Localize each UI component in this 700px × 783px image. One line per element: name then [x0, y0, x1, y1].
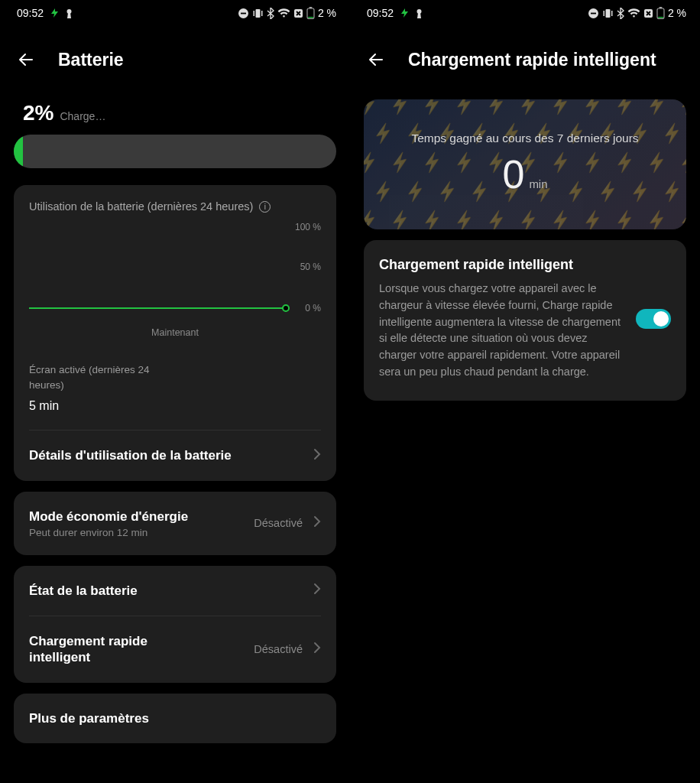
vibrate-icon	[602, 8, 614, 19]
vibrate-icon	[252, 8, 264, 19]
screen-on-label: Écran activé (dernières 24 heures)	[29, 362, 167, 392]
battery-health-row[interactable]: État de la batterie	[14, 566, 336, 616]
charging-icon	[401, 8, 408, 18]
back-button[interactable]	[15, 49, 37, 70]
toggle-title: Chargement rapide intelligent	[379, 257, 622, 273]
bluetooth-icon	[267, 8, 274, 19]
back-button[interactable]	[365, 49, 387, 70]
status-battery-pct: 2 %	[668, 7, 686, 19]
row-title: Chargement rapide intelligent	[29, 633, 197, 666]
chevron-right-icon	[313, 642, 321, 657]
chart-label-50: 50 %	[300, 262, 321, 272]
no-sim-icon	[293, 8, 303, 18]
status-bar: 09:52 2 %	[350, 0, 700, 26]
svg-rect-4	[253, 11, 254, 16]
usage-title-row: Utilisation de la batterie (dernières 24…	[29, 200, 321, 213]
wifi-icon	[277, 8, 290, 18]
battery-level-bar	[14, 135, 336, 168]
svg-rect-12	[591, 12, 596, 14]
svg-rect-19	[658, 17, 663, 18]
battery-percentage-row: 2% Charge…	[14, 89, 336, 130]
screen-battery: 09:52 2 % Batterie 2% Charge…	[0, 0, 350, 783]
info-icon[interactable]: i	[259, 201, 271, 213]
screen-on-value: 5 min	[29, 397, 321, 414]
time-saved-unit: min	[529, 177, 547, 190]
row-status: Désactivé	[254, 517, 303, 529]
wifi-icon	[627, 8, 640, 18]
chart-label-0: 0 %	[305, 303, 321, 314]
no-sim-icon	[643, 8, 653, 18]
chevron-right-icon	[313, 515, 321, 531]
battery-level-fill	[14, 135, 23, 168]
battery-icon	[306, 7, 315, 19]
svg-rect-2	[241, 12, 246, 14]
dnd-icon	[238, 8, 249, 19]
page-title: Batterie	[58, 50, 124, 70]
status-time: 09:52	[17, 7, 44, 19]
row-title: Mode économie d'énergie	[29, 508, 188, 525]
chart-now-label: Maintenant	[29, 327, 321, 338]
switch-knob	[653, 311, 669, 327]
chevron-right-icon	[313, 583, 321, 598]
time-saved-label: Temps gagné au cours des 7 derniers jour…	[411, 132, 638, 145]
svg-rect-3	[255, 9, 260, 18]
bluetooth-icon	[617, 8, 624, 19]
dnd-icon	[588, 8, 599, 19]
svg-rect-9	[308, 17, 313, 18]
usage-card: Utilisation de la batterie (dernières 24…	[14, 185, 336, 481]
smart-charging-row[interactable]: Chargement rapide intelligent Désactivé	[14, 616, 336, 683]
toggle-description: Lorsque vous chargez votre appareil avec…	[379, 281, 622, 381]
svg-rect-5	[261, 11, 263, 16]
row-status: Désactivé	[254, 643, 303, 655]
usage-chart[interactable]: 100 % 50 % 0 %	[29, 223, 321, 323]
keyhole-icon	[66, 8, 73, 18]
smart-charging-toggle-card: Chargement rapide intelligent Lorsque vo…	[364, 240, 686, 401]
battery-percentage: 2%	[23, 101, 53, 125]
power-saving-row[interactable]: Mode économie d'énergie Peut durer envir…	[14, 492, 336, 555]
row-title: État de la batterie	[29, 583, 138, 599]
chart-line	[29, 307, 284, 309]
battery-usage-details-row[interactable]: Détails d'utilisation de la batterie	[14, 430, 336, 480]
keyhole-icon	[416, 8, 423, 18]
status-time: 09:52	[367, 7, 394, 19]
usage-title: Utilisation de la batterie (dernières 24…	[29, 200, 253, 213]
more-settings-row[interactable]: Plus de paramètres	[14, 694, 336, 743]
screen-smart-charging: 09:52 2 % Chargement rapide intelligent …	[350, 0, 700, 783]
charging-icon	[51, 8, 58, 18]
header: Chargement rapide intelligent	[350, 26, 700, 89]
status-bar: 09:52 2 %	[0, 0, 350, 26]
chart-label-100: 100 %	[295, 222, 321, 232]
header: Batterie	[0, 26, 350, 89]
chevron-right-icon	[313, 448, 321, 463]
smart-charging-toggle[interactable]	[636, 309, 671, 329]
chart-now-dot	[282, 304, 290, 312]
svg-rect-15	[611, 11, 613, 16]
row-title: Plus de paramètres	[29, 710, 149, 726]
svg-rect-14	[603, 11, 604, 16]
page-title: Chargement rapide intelligent	[408, 50, 656, 70]
time-saved-value: 0	[502, 151, 524, 197]
row-title: Détails d'utilisation de la batterie	[29, 447, 232, 463]
battery-icon	[656, 7, 665, 19]
status-battery-pct: 2 %	[318, 7, 336, 19]
row-subtitle: Peut durer environ 12 min	[29, 527, 188, 538]
svg-rect-13	[605, 9, 610, 18]
battery-state: Charge…	[60, 110, 105, 122]
time-saved-card: ⚡⚡⚡⚡⚡⚡⚡⚡⚡⚡⚡⚡⚡⚡⚡⚡⚡⚡⚡⚡⚡⚡⚡⚡⚡⚡⚡⚡⚡⚡⚡⚡⚡⚡⚡⚡⚡⚡⚡⚡…	[364, 99, 686, 229]
